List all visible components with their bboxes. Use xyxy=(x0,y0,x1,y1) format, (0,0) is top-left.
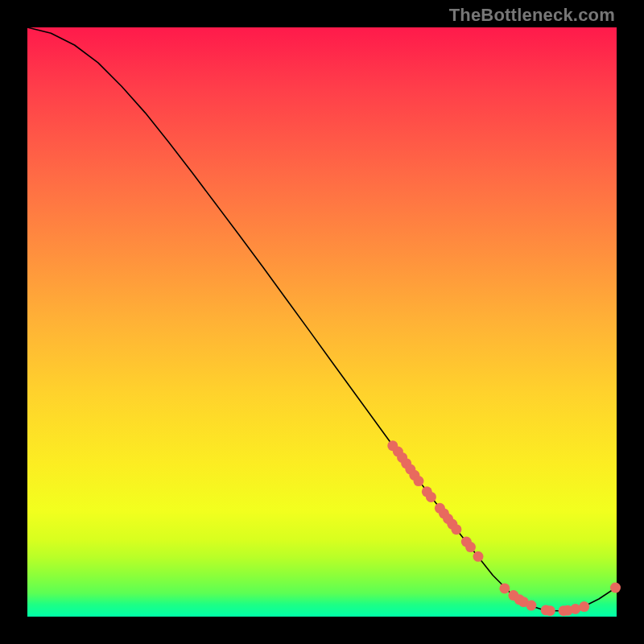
data-dot xyxy=(426,492,436,502)
data-dot xyxy=(414,476,424,486)
data-dot xyxy=(610,583,621,593)
data-dot xyxy=(473,551,484,562)
watermark-text: TheBottleneck.com xyxy=(449,5,615,26)
chart-frame: TheBottleneck.com xyxy=(0,0,644,644)
data-dot xyxy=(526,601,536,611)
curve-line xyxy=(27,27,617,611)
plot-area xyxy=(27,27,617,617)
data-dot xyxy=(579,601,589,612)
data-dot xyxy=(465,542,476,552)
chart-svg xyxy=(27,27,617,617)
data-dots xyxy=(387,440,621,616)
data-dot xyxy=(570,604,580,614)
data-dot xyxy=(499,583,510,593)
data-dot xyxy=(451,524,461,535)
data-dot xyxy=(545,605,555,616)
